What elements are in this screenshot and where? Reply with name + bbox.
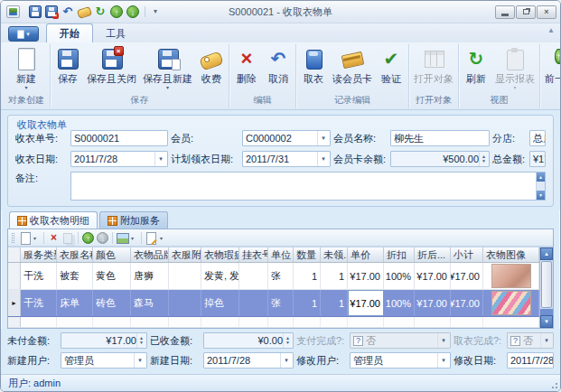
cell-hanger-no[interactable]	[239, 290, 268, 316]
refresh-icon[interactable]: ↻	[94, 5, 107, 18]
column-header[interactable]: 数量	[294, 247, 321, 262]
charge-icon[interactable]	[78, 5, 90, 18]
total-amount-spinner[interactable]: ¥17.00▲▼	[529, 151, 546, 167]
collapse-ribbon-icon[interactable]: ▲	[547, 26, 555, 34]
column-header[interactable]: 小计	[451, 247, 483, 262]
scroll-up-icon[interactable]: ▲	[537, 173, 545, 182]
minimize-button[interactable]	[495, 5, 515, 19]
column-header[interactable]: 服务类型	[21, 247, 57, 262]
scrollbar-thumb[interactable]	[541, 261, 552, 308]
restore-button[interactable]	[516, 5, 536, 19]
cell-attachment[interactable]	[169, 263, 201, 289]
cell-clothing-image[interactable]	[483, 290, 539, 316]
cell-subtotal[interactable]: ¥17.00	[451, 290, 483, 316]
picture-icon[interactable]	[117, 232, 128, 244]
cell-defect[interactable]: 掉色	[201, 290, 239, 316]
cell-unclaimed[interactable]: 1	[321, 290, 348, 316]
table-row-selected[interactable]: ► 干洗 床单 砖色 森马 掉色 张 1 1 ¥17.00 100% ¥17.0…	[8, 290, 539, 317]
chevron-down-icon[interactable]: ▾	[317, 131, 329, 145]
save-button[interactable]: 保存	[52, 45, 83, 86]
application-menu-button[interactable]: ▾	[8, 26, 39, 42]
spinner-arrows-icon[interactable]: ▲▼	[479, 152, 488, 166]
cell-discount[interactable]: 100%	[384, 263, 415, 289]
scroll-down-icon[interactable]: ▼	[540, 315, 553, 328]
chevron-down-icon[interactable]: ▾	[437, 353, 449, 368]
modified-date-combo[interactable]: 2011/7/28▾	[507, 352, 554, 369]
member-combo[interactable]: C0000002▾	[242, 130, 331, 146]
column-header[interactable]: 衣服附件	[169, 247, 201, 262]
toolbar-drag-handle[interactable]	[12, 233, 14, 243]
save-and-close-button[interactable]: × 保存且关闭	[84, 45, 139, 86]
member-name-field[interactable]: 柳先生	[390, 130, 490, 146]
refresh-button[interactable]: ↻ 刷新	[461, 45, 491, 86]
column-header[interactable]: 折后...	[415, 247, 451, 262]
grid-vertical-scrollbar[interactable]: ▲ ▼	[539, 247, 553, 328]
previous-object-button[interactable]: ↑ 前一对象	[542, 45, 561, 86]
scroll-up-icon[interactable]: ▲	[540, 247, 553, 260]
received-spinner[interactable]: ¥0.00▲▼	[203, 332, 294, 349]
receive-date-combo[interactable]: 2011/7/28▾	[70, 151, 168, 167]
previous-object-icon[interactable]: ↑	[110, 5, 123, 18]
spinner-arrows-icon[interactable]: ▲▼	[136, 333, 145, 348]
column-header[interactable]: 衣物图像	[483, 247, 539, 262]
remark-scrollbar[interactable]: ▲ ▼	[536, 173, 545, 200]
chevron-down-icon[interactable]: ▾	[160, 235, 166, 241]
close-window-button[interactable]: ×	[537, 5, 556, 19]
cell-clothing-image[interactable]	[483, 263, 539, 289]
save-icon[interactable]	[29, 5, 42, 18]
cell-unit[interactable]: 张	[268, 290, 294, 316]
cell-quantity[interactable]: 1	[294, 263, 321, 289]
cell-discounted-price[interactable]: ¥17.00	[415, 263, 451, 289]
cell-subtotal[interactable]: ¥17.00	[451, 263, 483, 289]
cell-color[interactable]: 黄色	[93, 263, 131, 289]
cell-defect[interactable]: 发黄, 发...	[201, 263, 239, 289]
column-header[interactable]: 衣物品牌	[131, 247, 169, 262]
card-balance-spinner[interactable]: ¥500.00▲▼	[390, 151, 490, 167]
resize-grip[interactable]	[549, 380, 557, 388]
tab-clothing-detail[interactable]: 收取衣物明细	[9, 211, 98, 229]
cell-service-type[interactable]: 干洗	[21, 290, 57, 316]
cell-brand[interactable]: 唐狮	[131, 263, 169, 289]
cancel-button[interactable]: ↶ 取消	[263, 45, 294, 86]
chevron-down-icon[interactable]: ▾	[134, 353, 145, 368]
qat-overflow-icon[interactable]: ▾	[151, 5, 160, 18]
move-up-icon[interactable]: ↑	[82, 232, 94, 244]
column-header[interactable]: 单位	[268, 247, 294, 262]
spinner-arrows-icon[interactable]: ▲▼	[283, 333, 292, 348]
save-close-icon[interactable]: ×	[45, 5, 58, 18]
table-row[interactable]: 干洗 被套 黄色 唐狮 发黄, 发... 张 1 1 ¥17.00 100% ¥…	[8, 263, 539, 290]
order-no-field[interactable]: S0000021	[70, 130, 168, 146]
ribbon-tab-start[interactable]: 开始	[46, 23, 93, 42]
created-date-combo[interactable]: 2011/7/28▾	[203, 352, 294, 369]
cell-clothing-name[interactable]: 被套	[57, 263, 93, 289]
take-clothes-button[interactable]: 取衣	[298, 45, 329, 86]
cell-clothing-name[interactable]: 床单	[57, 290, 93, 316]
new-button[interactable]: 新建 ▾	[11, 45, 42, 90]
cell-brand[interactable]: 森马	[131, 290, 169, 316]
add-row-icon[interactable]	[19, 232, 31, 244]
read-member-card-button[interactable]: 读会员卡	[330, 45, 375, 86]
next-object-icon[interactable]: ↓	[126, 5, 139, 18]
cell-quantity[interactable]: 1	[294, 290, 321, 316]
cell-unclaimed[interactable]: 1	[321, 263, 348, 289]
scrollbar-track[interactable]	[540, 309, 553, 315]
unpaid-spinner[interactable]: ¥17.00▲▼	[61, 332, 147, 349]
cell-unit-price-editing[interactable]: ¥17.00	[348, 290, 384, 316]
cell-service-type[interactable]: 干洗	[21, 263, 57, 289]
scroll-down-icon[interactable]: ▼	[537, 191, 545, 200]
chevron-down-icon[interactable]: ▾	[131, 235, 137, 241]
charge-button[interactable]: 收费	[196, 45, 227, 86]
column-header[interactable]: 挂衣号	[239, 247, 268, 262]
cell-unit-price[interactable]: ¥17.00	[348, 263, 384, 289]
delete-row-icon[interactable]: ×	[48, 232, 60, 244]
chevron-down-icon[interactable]: ▾	[33, 235, 40, 241]
column-header[interactable]: 颜色	[93, 247, 131, 262]
cell-discount[interactable]: 100%	[384, 290, 415, 316]
ribbon-tab-tools[interactable]: 工具	[93, 24, 138, 42]
created-by-combo[interactable]: 管理员▾	[61, 352, 147, 369]
column-header[interactable]: 衣物瑕疵	[201, 247, 239, 262]
verify-button[interactable]: ✔ 验证	[376, 45, 407, 86]
modified-by-combo[interactable]: 管理员▾	[350, 352, 451, 369]
cell-hanger-no[interactable]	[239, 263, 268, 289]
chevron-down-icon[interactable]: ▾	[317, 152, 329, 166]
